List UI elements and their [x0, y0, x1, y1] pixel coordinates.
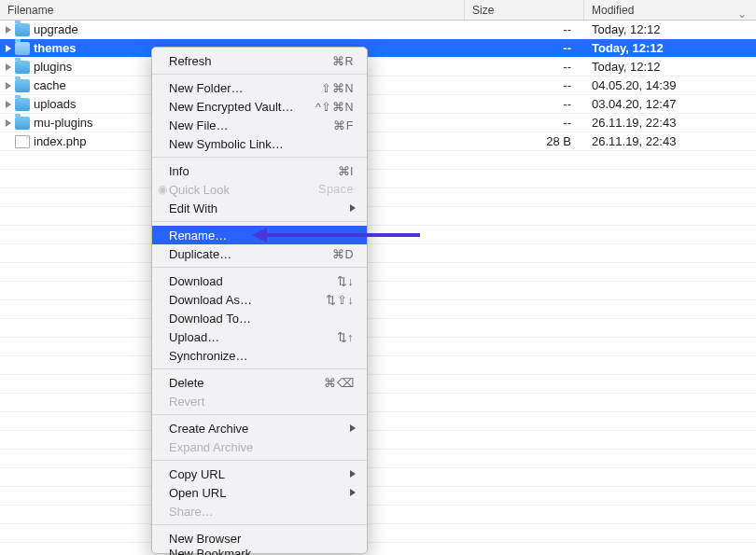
file-row-themes[interactable]: themes--Today, 12:12 [0, 39, 756, 58]
file-row-mu-plugins[interactable]: mu-plugins--26.11.19, 22:43 [0, 114, 756, 132]
menu-item-label: New Browser [169, 532, 354, 546]
menu-item-shortcut: ⇅⇧↓ [326, 293, 354, 307]
file-row-uploads[interactable]: uploads--03.04.20, 12:47 [0, 95, 756, 114]
file-name-label: mu-plugins [34, 114, 93, 132]
file-modified-label: 04.05.20, 14:39 [584, 76, 756, 94]
file-modified-label: Today, 12:12 [584, 39, 756, 57]
menu-item-shortcut: ⇅↑ [337, 330, 354, 344]
menu-item-label: Info [169, 164, 338, 178]
menu-item-label: Open URL [169, 486, 354, 500]
menu-item-label: New File… [169, 118, 333, 132]
file-modified-label: Today, 12:12 [584, 21, 756, 38]
empty-row [0, 319, 756, 338]
menu-separator [152, 414, 367, 415]
menu-item-download-as[interactable]: Download As…⇅⇧↓ [152, 290, 367, 309]
menu-item-label: New Encrypted Vault… [169, 100, 315, 114]
menu-item-refresh[interactable]: Refresh⌘R [152, 51, 367, 70]
empty-row [0, 543, 756, 555]
menu-item-expand-archive: Expand Archive [152, 437, 367, 456]
folder-icon [15, 117, 30, 130]
file-size-label: -- [465, 39, 584, 57]
menu-item-new-folder[interactable]: New Folder…⇧⌘N [152, 78, 367, 97]
empty-row [0, 394, 756, 412]
menu-item-label: Expand Archive [169, 440, 354, 454]
menu-item-duplicate[interactable]: Duplicate…⌘D [152, 244, 367, 263]
menu-item-copy-url[interactable]: Copy URL [152, 465, 367, 483]
menu-item-shortcut: ⌘R [332, 54, 354, 68]
empty-row [0, 226, 756, 244]
disclosure-triangle-icon[interactable] [6, 119, 11, 127]
context-menu: Refresh⌘RNew Folder…⇧⌘NNew Encrypted Vau… [151, 47, 368, 554]
file-row-cache[interactable]: cache--04.05.20, 14:39 [0, 76, 756, 95]
file-name-label: themes [34, 39, 77, 58]
folder-icon [15, 79, 30, 92]
empty-row [0, 356, 756, 375]
folder-icon [15, 61, 30, 74]
column-header-filename[interactable]: Filename [0, 0, 465, 20]
menu-item-new-symbolic-link[interactable]: New Symbolic Link… [152, 134, 367, 153]
menu-item-label: Edit With [169, 201, 354, 215]
menu-item-create-archive[interactable]: Create Archive [152, 419, 367, 437]
menu-item-shortcut: Space [318, 183, 354, 196]
file-size-label: -- [465, 21, 584, 38]
menu-separator [152, 460, 367, 461]
menu-item-revert: Revert [152, 392, 367, 410]
menu-item-synchronize[interactable]: Synchronize… [152, 346, 367, 365]
empty-row [0, 151, 756, 170]
file-row-upgrade[interactable]: upgrade--Today, 12:12 [0, 21, 756, 39]
empty-row [0, 244, 756, 263]
empty-row [0, 487, 756, 506]
menu-item-label: Download To… [169, 312, 354, 326]
menu-item-label: Download [169, 274, 337, 288]
disclosure-triangle-icon[interactable] [6, 26, 11, 34]
menu-separator [152, 221, 367, 222]
file-row-plugins[interactable]: plugins--Today, 12:12 [0, 58, 756, 76]
empty-row [0, 468, 756, 487]
file-modified-label: 26.11.19, 22:43 [584, 114, 756, 132]
menu-item-info[interactable]: Info⌘I [152, 161, 367, 180]
menu-item-download-to[interactable]: Download To… [152, 309, 367, 327]
column-header-row: Filename Size Modified ⌄ [0, 0, 756, 21]
disclosure-triangle-icon[interactable] [6, 101, 11, 108]
column-header-size[interactable]: Size [465, 0, 584, 20]
file-name-label: plugins [34, 58, 72, 76]
empty-row [0, 170, 756, 188]
empty-row [0, 300, 756, 319]
menu-item-label: Quick Look [169, 183, 318, 197]
menu-item-edit-with[interactable]: Edit With [152, 199, 367, 217]
menu-separator [152, 267, 367, 268]
menu-item-label: Download As… [169, 293, 326, 307]
menu-item-open-url[interactable]: Open URL [152, 483, 367, 502]
menu-item-label: Revert [169, 395, 354, 409]
menu-item-label: Delete [169, 376, 324, 390]
file-size-label: -- [465, 95, 584, 113]
menu-item-label: Create Archive [169, 422, 354, 436]
menu-item-label: Rename… [169, 229, 354, 243]
empty-row [0, 431, 756, 450]
menu-item-new-encrypted-vault[interactable]: New Encrypted Vault…^⇧⌘N [152, 97, 367, 116]
empty-row [0, 188, 756, 207]
file-size-label: -- [465, 76, 584, 94]
file-row-index-php[interactable]: index.php28 B26.11.19, 22:43 [0, 132, 756, 151]
menu-separator [152, 157, 367, 158]
folder-icon [15, 98, 30, 111]
menu-item-download[interactable]: Download⇅↓ [152, 271, 367, 290]
empty-row [0, 450, 756, 468]
menu-item-upload[interactable]: Upload…⇅↑ [152, 327, 367, 346]
menu-item-label: Copy URL [169, 467, 354, 481]
disclosure-triangle-icon[interactable] [6, 63, 11, 71]
menu-item-new-browser[interactable]: New Browser [152, 529, 367, 548]
file-modified-label: 26.11.19, 22:43 [584, 132, 756, 150]
menu-separator [152, 524, 367, 525]
menu-item-new-file[interactable]: New File…⌘F [152, 116, 367, 134]
menu-item-label: New Folder… [169, 81, 321, 95]
disclosure-triangle-icon[interactable] [6, 82, 11, 90]
menu-item-shortcut: ⌘I [338, 164, 354, 178]
menu-item-delete[interactable]: Delete⌘⌫ [152, 373, 367, 392]
menu-item-shortcut: ⌘⌫ [324, 376, 354, 390]
column-header-modified[interactable]: Modified ⌄ [584, 0, 756, 20]
menu-item-new-bookmark[interactable]: New Bookmark… [152, 548, 367, 555]
file-modified-label: 03.04.20, 12:47 [584, 95, 756, 113]
menu-item-rename[interactable]: Rename… [152, 226, 367, 244]
disclosure-triangle-icon[interactable] [6, 45, 11, 52]
